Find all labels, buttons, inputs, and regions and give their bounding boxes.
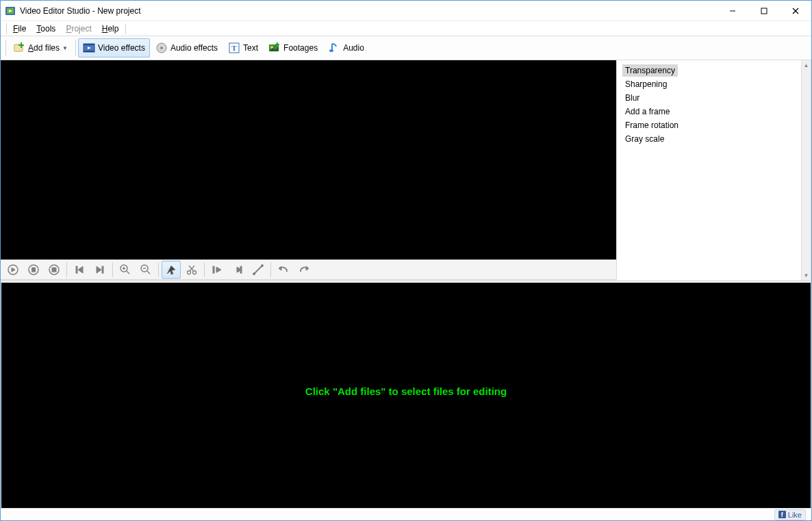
svg-marker-42 [167,266,175,275]
stop-button[interactable] [45,261,64,279]
zoom-in-button[interactable] [116,261,135,279]
facebook-like-button[interactable]: f Like [774,509,806,520]
svg-line-45 [190,266,194,271]
text-label: Text [243,43,258,53]
svg-line-46 [189,266,194,271]
svg-line-36 [127,271,129,274]
menubar: File Tools Project Help [1,21,811,36]
menu-file[interactable]: File [8,23,31,35]
audio-effects-button[interactable]: Audio effects [151,38,223,58]
player-sep-5 [270,262,271,277]
video-effects-label: Video effects [98,43,145,53]
video-effects-icon [83,42,95,54]
maximize-button[interactable] [748,1,780,21]
video-effects-button[interactable]: Video effects [78,38,150,58]
toolbar-grip [5,40,6,56]
svg-rect-47 [213,266,214,273]
svg-point-43 [188,271,191,275]
svg-marker-25 [12,268,15,272]
svg-marker-48 [216,267,221,272]
toolbar-sep-1 [75,40,76,56]
timeline-area: Click "Add files" to select files for ed… [1,283,811,509]
scroll-up-icon[interactable]: ▲ [802,60,811,70]
svg-point-23 [329,49,333,52]
player-sep-3 [158,262,159,277]
audio-label: Audio [343,43,364,53]
prev-frame-button[interactable] [70,261,89,279]
audio-icon [328,42,340,54]
svg-point-53 [262,265,264,267]
cut-button[interactable] [182,261,201,279]
menubar-grip-end [125,23,126,34]
player-controls [1,259,616,280]
add-files-button[interactable]: Add files ▼ [8,38,73,58]
play-button[interactable] [3,261,23,279]
svg-marker-33 [97,266,101,273]
player-sep-1 [66,262,67,277]
effect-item-frame-rotation[interactable]: Frame rotation [622,119,681,131]
svg-text:T: T [231,44,237,52]
set-out-button[interactable] [228,261,247,279]
toolbar: Add files ▼ Video effects Audio effects … [1,36,811,60]
effect-item-sharpening[interactable]: Sharpening [622,78,670,90]
footages-label: Footages [283,43,318,53]
audio-button[interactable]: Audio [323,38,369,58]
minimize-button[interactable] [717,1,748,21]
set-in-button[interactable] [207,261,227,279]
redo-button[interactable] [294,261,314,279]
menu-project[interactable]: Project [61,23,96,35]
titlebar: Video Editor Studio - New project [1,1,811,21]
svg-line-51 [254,266,262,274]
close-button[interactable] [780,1,811,21]
player-sep-4 [204,262,205,277]
preview-viewport [1,60,616,259]
footages-button[interactable]: Footages [264,38,322,58]
footages-icon [268,42,281,54]
pause-button[interactable] [24,261,43,279]
effects-panel: Transparency Sharpening Blur Add a frame… [616,60,811,280]
svg-rect-22 [275,44,279,45]
svg-point-52 [253,273,255,275]
svg-marker-32 [78,266,83,273]
statusbar: f Like [1,508,811,520]
split-button[interactable] [249,261,268,279]
svg-point-15 [160,47,163,49]
svg-rect-28 [34,268,36,272]
svg-marker-54 [279,266,281,270]
scroll-down-icon[interactable]: ▼ [802,270,811,280]
facebook-icon: f [778,511,786,518]
cursor-tool-button[interactable] [162,261,181,279]
svg-line-40 [147,271,150,274]
svg-rect-9 [18,45,24,46]
next-frame-button[interactable] [90,261,110,279]
menu-tools[interactable]: Tools [31,23,60,35]
svg-rect-50 [240,266,242,273]
effect-item-blur[interactable]: Blur [622,92,642,104]
effect-item-transparency[interactable]: Transparency [622,64,678,77]
svg-point-44 [193,271,196,275]
zoom-out-button[interactable] [136,261,155,279]
window-title: Video Editor Studio - New project [20,6,141,16]
svg-rect-31 [76,266,77,273]
main-area: Transparency Sharpening Blur Add a frame… [1,60,811,280]
add-files-icon [13,42,25,54]
text-icon: T [228,42,240,54]
effects-scrollbar[interactable]: ▲ ▼ [801,60,811,280]
svg-rect-4 [761,8,767,14]
svg-rect-30 [52,268,56,272]
menubar-grip [6,23,7,34]
audio-effects-icon [155,42,168,54]
audio-effects-label: Audio effects [170,43,218,53]
app-icon [5,5,16,16]
svg-rect-11 [84,44,94,45]
effect-item-add-a-frame[interactable]: Add a frame [622,105,672,118]
effect-item-gray-scale[interactable]: Gray scale [622,133,667,145]
menu-help[interactable]: Help [97,23,124,35]
svg-rect-27 [32,268,34,272]
text-button[interactable]: T Text [223,38,263,58]
preview-area [1,60,616,280]
svg-rect-34 [102,266,103,273]
facebook-like-label: Like [788,511,802,519]
timeline-hint: Click "Add files" to select files for ed… [305,385,507,397]
undo-button[interactable] [274,261,293,279]
